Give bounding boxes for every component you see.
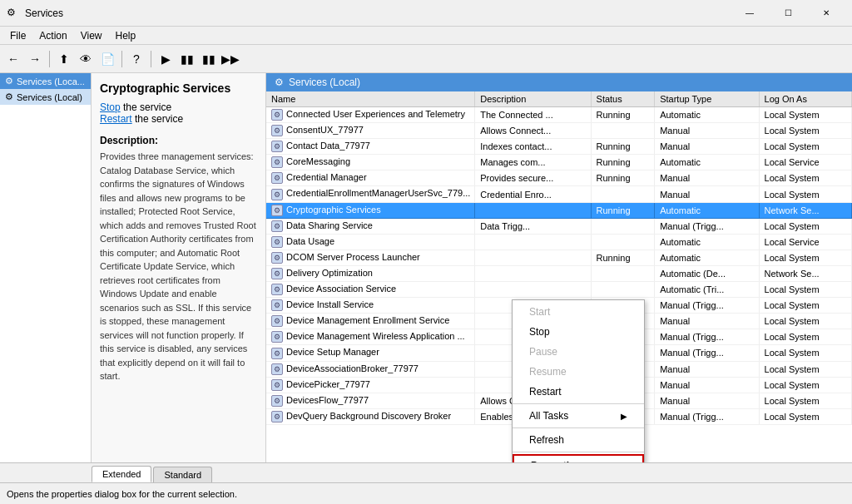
- context-menu-item-properties[interactable]: Properties: [513, 454, 644, 462]
- col-startup[interactable]: Startup Type: [655, 91, 759, 107]
- service-name-cell: ⚙Device Setup Manager: [266, 345, 475, 361]
- service-startup-cell: Automatic: [655, 155, 759, 170]
- menu-help[interactable]: Help: [109, 28, 143, 43]
- table-header-row: Name Description Status Startup Type Log…: [266, 91, 852, 107]
- service-startup-cell: Automatic: [655, 250, 759, 265]
- table-row[interactable]: ⚙Data UsageAutomaticLocal Service: [266, 234, 852, 250]
- tree-item-label: Services (Local): [17, 92, 82, 102]
- service-status-cell: Running: [591, 139, 655, 155]
- col-name[interactable]: Name: [266, 91, 475, 107]
- pause-service-button[interactable]: ▮▮: [199, 49, 219, 69]
- service-startup-cell: Manual (Trigg...: [655, 218, 759, 234]
- table-row[interactable]: ⚙Contact Data_77977Indexes contact...Run…: [266, 139, 852, 155]
- show-hide-button[interactable]: 👁: [76, 49, 96, 69]
- service-logon-cell: Local System: [759, 408, 851, 424]
- service-desc-cell: [475, 265, 591, 281]
- up-button[interactable]: ⬆: [54, 49, 74, 69]
- properties-button[interactable]: 📄: [97, 49, 117, 69]
- context-menu: StartStopPauseResumeRestartAll Tasks▶Ref…: [512, 299, 645, 462]
- menu-action[interactable]: Action: [32, 28, 73, 43]
- menu-file[interactable]: File: [3, 28, 32, 43]
- service-name-cell: ⚙Device Association Service: [266, 282, 475, 298]
- service-startup-cell: Manual (Trigg...: [655, 345, 759, 361]
- maximize-button[interactable]: ☐: [769, 0, 807, 27]
- tree-item-services-local[interactable]: ⚙ Services (Local): [0, 89, 91, 105]
- left-panel: ⚙ Services (Loca... ⚙ Services (Local): [0, 73, 92, 462]
- close-button[interactable]: ✕: [807, 0, 845, 27]
- stop-link[interactable]: Stop: [100, 101, 121, 113]
- table-row[interactable]: ⚙Device Association ServiceAutomatic (Tr…: [266, 282, 852, 298]
- context-menu-item-resume: Resume: [513, 362, 644, 382]
- service-status-cell: [591, 282, 655, 298]
- service-startup-cell: Manual: [655, 186, 759, 202]
- context-menu-item-label: Refresh: [529, 434, 564, 446]
- service-logon-cell: Local Service: [759, 234, 851, 250]
- table-row[interactable]: ⚙Credential ManagerProvides secure...Run…: [266, 170, 852, 186]
- status-bar: Opens the properties dialog box for the …: [0, 482, 852, 504]
- service-startup-cell: Manual: [655, 393, 759, 408]
- service-logon-cell: Local System: [759, 393, 851, 408]
- tree-item-icon: ⚙: [5, 91, 13, 102]
- forward-button[interactable]: →: [25, 49, 45, 69]
- table-row[interactable]: ⚙CredentialEnrollmentManagerUserSvc_779.…: [266, 186, 852, 202]
- service-logon-cell: Local System: [759, 345, 851, 361]
- service-name-cell: ⚙Delivery Optimization: [266, 265, 475, 281]
- tab-standard[interactable]: Standard: [153, 467, 212, 482]
- service-name-cell: ⚙Contact Data_77977: [266, 139, 475, 155]
- service-status-cell: [591, 123, 655, 139]
- panel-header-label: Services (Local): [289, 77, 360, 88]
- context-menu-item-stop[interactable]: Stop: [513, 322, 644, 342]
- service-logon-cell: Local System: [759, 107, 851, 123]
- table-row[interactable]: ⚙ConsentUX_77977Allows Connect...ManualL…: [266, 123, 852, 139]
- service-status-cell: [591, 218, 655, 234]
- services-panel: ⚙ Services (Local) Name Description Stat…: [266, 73, 852, 462]
- table-row[interactable]: ⚙Delivery OptimizationAutomatic (De...Ne…: [266, 265, 852, 281]
- description-panel: Cryptographic Services Stop the service …: [92, 73, 266, 462]
- restart-link[interactable]: Restart: [100, 113, 132, 125]
- app-icon: ⚙: [7, 7, 20, 20]
- back-button[interactable]: ←: [3, 49, 23, 69]
- service-status-cell: Running: [591, 107, 655, 123]
- minimize-button[interactable]: —: [731, 0, 769, 27]
- service-name-cell: ⚙DevQuery Background Discovery Broker: [266, 408, 475, 424]
- service-desc-cell: Manages com...: [475, 155, 591, 170]
- tab-extended[interactable]: Extended: [92, 466, 151, 482]
- context-menu-item-all-tasks[interactable]: All Tasks▶: [513, 406, 644, 426]
- table-row[interactable]: ⚙Data Sharing ServiceData Trigg...Manual…: [266, 218, 852, 234]
- service-name-cell: ⚙DCOM Server Process Launcher: [266, 250, 475, 265]
- service-logon-cell: Local System: [759, 139, 851, 155]
- table-row[interactable]: ⚙Connected User Experiences and Telemetr…: [266, 107, 852, 123]
- service-logon-cell: Local System: [759, 170, 851, 186]
- service-status-cell: [591, 234, 655, 250]
- service-logon-cell: Local System: [759, 123, 851, 139]
- service-desc-cell: [475, 234, 591, 250]
- service-name-cell: ⚙DevicesFlow_77977: [266, 393, 475, 408]
- service-desc-cell: Indexes contact...: [475, 139, 591, 155]
- service-status-cell: [591, 265, 655, 281]
- stop-service-button[interactable]: ▮▮: [177, 49, 197, 69]
- col-description[interactable]: Description: [475, 91, 591, 107]
- col-logon[interactable]: Log On As: [759, 91, 851, 107]
- context-menu-item-refresh[interactable]: Refresh: [513, 430, 644, 450]
- restart-link-container: Restart the service: [100, 113, 257, 125]
- service-status-cell: Running: [591, 170, 655, 186]
- context-menu-item-label: Start: [529, 306, 550, 318]
- col-status[interactable]: Status: [591, 91, 655, 107]
- toolbar: ← → ⬆ 👁 📄 ? ▶ ▮▮ ▮▮ ▶▶: [0, 45, 852, 73]
- selected-service-name: Cryptographic Services: [100, 82, 257, 95]
- service-name-cell: ⚙Credential Manager: [266, 170, 475, 186]
- table-row[interactable]: ⚙Cryptographic ServicesRunningAutomaticN…: [266, 202, 852, 218]
- context-menu-item-restart[interactable]: Restart: [513, 382, 644, 402]
- service-desc-cell: Allows Connect...: [475, 123, 591, 139]
- table-row[interactable]: ⚙DCOM Server Process LauncherRunningAuto…: [266, 250, 852, 265]
- start-service-button[interactable]: ▶: [156, 49, 176, 69]
- table-row[interactable]: ⚙CoreMessagingManages com...RunningAutom…: [266, 155, 852, 170]
- help-button[interactable]: ?: [126, 49, 146, 69]
- context-menu-item-label: Resume: [529, 366, 567, 378]
- service-desc-cell: [475, 282, 591, 298]
- service-startup-cell: Manual (Trigg...: [655, 298, 759, 314]
- service-status-cell: Running: [591, 155, 655, 170]
- service-startup-cell: Manual (Trigg...: [655, 408, 759, 424]
- menu-view[interactable]: View: [74, 28, 109, 43]
- resume-service-button[interactable]: ▶▶: [220, 49, 240, 69]
